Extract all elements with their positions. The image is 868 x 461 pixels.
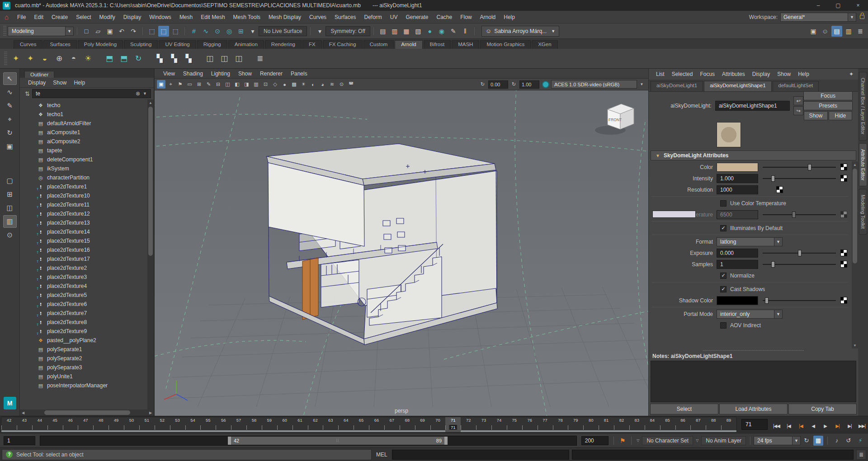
timeline-frame[interactable]: 50 [124,417,139,432]
menu-item[interactable]: File [13,14,30,20]
timeline-frame[interactable]: 61 [292,417,308,432]
shelf-arnold-standin-export[interactable]: ⬒ [103,52,116,66]
filter-icon[interactable]: ⇅ [25,90,30,97]
open-scene-icon[interactable]: ▱ [93,26,104,37]
timeline-frame[interactable]: 46 [63,417,78,432]
timeline-frame[interactable]: 48 [93,417,108,432]
minimize-button[interactable]: – [808,0,828,11]
outliner-item[interactable]: polySeparate3 [20,363,147,372]
scale-tool-icon[interactable]: ▣ [3,140,17,153]
outliner-item[interactable]: place2dTexture5 [20,291,147,300]
menu-set-dropdown-icon[interactable]: ▼ [66,27,74,36]
attribute-editor-tab[interactable]: defaultLightSet [773,81,819,91]
attribute-editor-tab[interactable]: aiSkyDomeLightShape1 [704,81,771,91]
playback-range[interactable]: 42 ⁞⁞ 89 [228,437,448,445]
attribute-editor-icon[interactable]: ▤ [831,26,842,37]
search-dropdown-icon[interactable]: ▼ [143,91,147,96]
menu-item[interactable]: Display [119,14,145,20]
outliner-item[interactable]: aiComposite1 [20,128,147,137]
shelf-tab[interactable]: XGen [532,40,557,49]
temperature-field[interactable]: 6500 [717,210,758,219]
outliner-item[interactable]: place2dTexture13 [20,218,147,227]
next-output-icon[interactable]: ↪ [793,106,803,115]
ipr-icon[interactable]: ◉ [436,26,447,37]
exposure-icon[interactable]: ↻ [478,80,487,89]
restore-button[interactable]: ▢ [828,0,848,11]
go-to-end-button[interactable]: ▶▶| [856,421,868,432]
render-current-frame-icon[interactable]: ▥ [389,26,400,37]
viewport-select-icon[interactable]: ▣ [157,80,165,89]
anti-alias-icon[interactable]: ≋ [328,80,336,89]
map-button[interactable] [840,164,847,170]
next-key-button[interactable]: ▶| [832,421,843,432]
cached-playback-icon[interactable]: ▦ [813,436,823,446]
outliner-item[interactable]: place2dTexture6 [20,300,147,309]
scroll-down-icon[interactable]: ▼ [852,342,858,348]
pin-icon[interactable]: ✦ [849,71,854,77]
textured-icon[interactable]: ▩ [290,80,298,89]
shelf-arnold-render-window[interactable]: ◫ [203,52,217,66]
timeline-frame[interactable]: 71 [445,417,461,432]
shelf-tab[interactable]: Sculpting [124,40,158,49]
aov-indirect-checkbox[interactable] [720,322,726,329]
map-button[interactable] [840,249,847,256]
shelf-tab[interactable]: Bifrost [424,40,451,49]
smooth-shade-icon[interactable]: ● [280,80,289,89]
timeline-frame[interactable]: 53 [170,417,185,432]
timeline-frame[interactable]: 45 [47,417,63,432]
map-button[interactable] [840,175,847,182]
outliner-item[interactable]: aiComposite2 [20,137,147,146]
viewport-menu-item[interactable]: Lighting [207,71,234,77]
grease-pencil-icon[interactable]: ✎ [204,80,213,89]
live-surface-field[interactable]: No Live Surface [259,26,307,36]
colorspace-dropdown-icon[interactable]: ▼ [637,80,646,89]
render-sequence-icon[interactable]: ▧ [413,26,424,37]
shelf-arnold-texture-a[interactable]: ▚ [153,52,166,66]
ambient-occlusion-icon[interactable]: ◕ [318,80,327,89]
outliner-item[interactable]: place2dTexture14 [20,227,147,236]
intensity-slider[interactable] [763,174,836,183]
outliner-item[interactable]: place2dTexture1 [20,182,147,191]
footer-button[interactable]: Copy Tab [788,404,857,414]
timeline-frame[interactable]: 55 [200,417,216,432]
outliner-menu-item[interactable]: Display [24,80,49,86]
fps-dropdown-icon[interactable]: ▼ [793,436,801,445]
zoom-tool-icon[interactable]: ⊙ [3,229,17,241]
menu-item[interactable]: Flow [456,14,476,20]
outliner-item[interactable]: polyUnite1 [20,372,147,381]
shelf-arnold-misc[interactable]: ≣ [253,52,267,66]
outliner-item[interactable]: place2dTexture3 [20,273,147,282]
snap-view-plane-icon[interactable]: ⊞ [236,26,246,37]
attribute-editor-tab[interactable]: aiSkyDomeLight1 [651,81,703,91]
menu-item[interactable]: Help [500,14,519,20]
menu-item[interactable]: Edit Mesh [197,14,229,20]
gate-mask-icon[interactable]: ◨ [242,80,251,89]
shelf-arnold-area-light[interactable]: ✦ [9,52,23,66]
attribute-editor-menu-item[interactable]: Show [774,71,794,77]
menu-item[interactable]: Mesh Tools [229,14,264,20]
menu-item[interactable]: Select [72,14,95,20]
timeline-frame[interactable]: 82 [614,417,629,432]
menu-item[interactable]: Modify [95,14,119,20]
shelf-arnold-physical-sky[interactable]: ⊕ [52,52,66,66]
workspace-select[interactable]: General* [780,13,848,22]
render-view-icon[interactable]: ▤ [377,26,388,37]
menu-item[interactable]: Arnold [476,14,500,20]
timeline-frame[interactable]: 85 [660,417,675,432]
footer-button[interactable]: Select [650,404,718,414]
shadow-color-swatch[interactable] [717,296,758,305]
menu-item[interactable]: UV [386,14,402,20]
script-editor-icon[interactable]: ≣ [856,450,866,460]
timeline-frame[interactable]: 74 [491,417,507,432]
menu-item[interactable]: Deform [360,14,386,20]
render-settings-icon[interactable]: ✎ [448,26,459,37]
step-forward-button[interactable]: ▶| [844,421,855,432]
mute-audio-icon[interactable]: ♪ [832,436,842,446]
color-swatch[interactable] [717,163,758,172]
tool-settings-icon[interactable]: ▥ [843,26,854,37]
timeline-ruler[interactable]: 4243444546474849505152535455565758596061… [1,417,737,433]
normalize-checkbox[interactable] [720,273,726,279]
timeline-frame[interactable]: 69 [415,417,430,432]
previous-key-button[interactable]: |◀ [795,421,807,432]
safe-action-icon[interactable]: ⊡ [261,80,270,89]
